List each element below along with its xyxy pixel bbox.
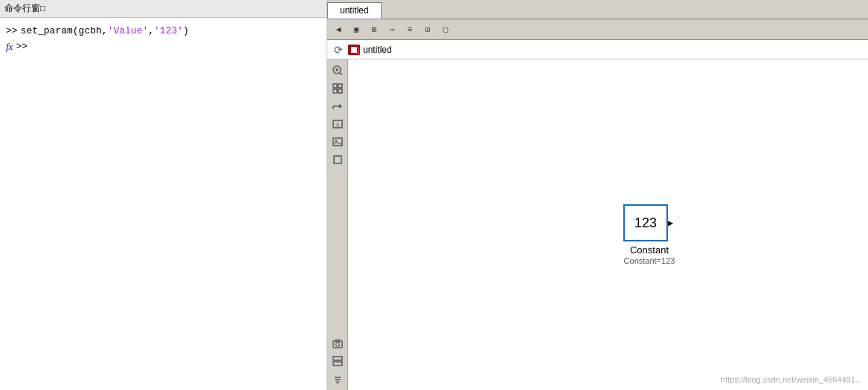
toolbar-icon-3: ⊞ (372, 25, 377, 34)
toolbar-icon-5: ≡ (408, 25, 413, 34)
toolbar-btn-4[interactable]: ⇒ (384, 22, 400, 38)
toolbar-icon-4: ⇒ (390, 25, 395, 34)
toolbar-btn-6[interactable]: ⊡ (419, 22, 436, 38)
camera-btn[interactable] (329, 335, 346, 351)
prompt-2: >> (16, 41, 28, 52)
svg-line-3 (340, 73, 342, 75)
watermark: https://blog.csdn.net/weixin_4564491... (721, 375, 862, 384)
constant-block[interactable]: 123 Constant Constant=123 (623, 204, 675, 265)
more-icon (332, 373, 344, 385)
toolbar-btn-5[interactable]: ≡ (402, 22, 418, 38)
command-line-1: >> set_param(gcbh,'Value','123') (6, 24, 321, 39)
image-icon (332, 136, 344, 148)
text-icon: A (332, 118, 344, 130)
command-window-content[interactable]: >> set_param(gcbh,'Value','123') fx >> (0, 18, 327, 390)
tab-label: untitled (340, 5, 369, 16)
svg-text:A: A (335, 122, 340, 129)
command-text-1: set_param(gcbh,'Value','123') (21, 24, 189, 39)
constant-block-box[interactable]: 123 (623, 204, 668, 241)
svg-rect-19 (333, 357, 342, 360)
layers-icon (332, 355, 344, 367)
command-window-panel: 命令行窗□ >> set_param(gcbh,'Value','123') f… (0, 0, 327, 390)
block-box-wrapper: 123 (623, 204, 675, 241)
svg-rect-20 (333, 362, 342, 365)
simulink-panel: untitled ◀ ▣ ⊞ ⇒ ≡ ⊡ ▢ ⟳ untitled (327, 0, 868, 390)
main-toolbar: ◀ ▣ ⊞ ⇒ ≡ ⊡ ▢ (327, 19, 868, 40)
output-port (668, 217, 675, 229)
back-toolbar-btn[interactable]: ◀ (330, 22, 347, 38)
zoom-in-icon (332, 65, 344, 77)
cmd-str-1: 'Value' (108, 25, 149, 36)
path-label: untitled (363, 45, 392, 55)
block-param-label: Constant=123 (624, 256, 675, 265)
svg-rect-6 (333, 89, 337, 93)
svg-rect-4 (333, 84, 337, 88)
svg-rect-13 (333, 138, 342, 146)
toolbar-icon-2: ▣ (354, 25, 359, 34)
toolbar-btn-3[interactable]: ⊞ (366, 22, 382, 38)
model-icon (348, 45, 360, 55)
constant-value: 123 (634, 215, 657, 231)
command-window-header: 命令行窗□ (0, 0, 327, 18)
prompt-1: >> (6, 24, 18, 39)
svg-rect-15 (334, 156, 341, 163)
svg-rect-5 (338, 84, 342, 88)
text-btn[interactable]: A (329, 116, 346, 132)
cmd-str-2: '123' (154, 25, 183, 36)
block-name-label: Constant (630, 244, 669, 256)
diagram-area: A (327, 59, 868, 390)
tab-untitled[interactable]: untitled (327, 2, 382, 19)
svg-marker-9 (339, 104, 342, 108)
back-icon: ◀ (336, 25, 341, 34)
toolbar-icon-6: ⊡ (425, 25, 431, 34)
rect-btn[interactable] (329, 152, 346, 168)
diagram-canvas[interactable]: 123 Constant Constant=123 https://blog.c… (348, 59, 868, 390)
tab-bar: untitled (327, 0, 868, 19)
svg-point-17 (335, 342, 339, 346)
more-btn[interactable] (329, 371, 346, 387)
rect-icon (332, 154, 344, 166)
fit-view-btn[interactable] (329, 80, 346, 97)
arrow-icon (332, 100, 344, 112)
path-bar: ⟳ untitled (327, 40, 868, 59)
toolbar-icon-7: ▢ (443, 25, 449, 34)
command-window-title: 命令行窗□ (4, 2, 45, 15)
layers-btn[interactable] (329, 353, 346, 369)
zoom-in-btn[interactable] (329, 62, 346, 79)
svg-rect-7 (338, 89, 342, 93)
path-back-button[interactable]: ⟳ (332, 43, 345, 56)
side-toolbar: A (327, 59, 348, 390)
image-btn[interactable] (329, 134, 346, 150)
fx-icon: fx (6, 41, 13, 53)
arrow-btn[interactable] (329, 98, 346, 114)
fit-view-icon (332, 82, 344, 94)
camera-icon (332, 337, 344, 349)
fx-line: fx >> (6, 41, 321, 53)
toolbar-btn-7[interactable]: ▢ (437, 22, 454, 38)
toolbar-btn-2[interactable]: ▣ (348, 22, 364, 38)
